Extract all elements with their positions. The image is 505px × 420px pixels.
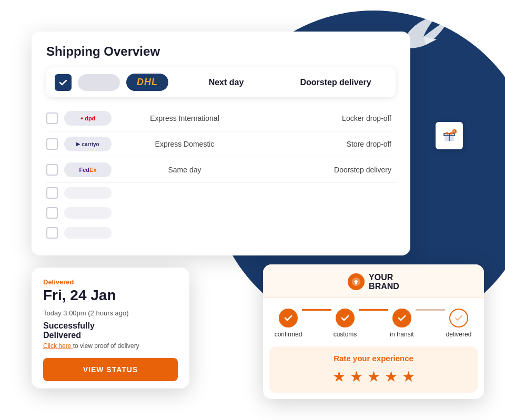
carriyo-service: Express Domestic — [118, 140, 251, 148]
star-2[interactable]: ★ — [350, 368, 363, 385]
connector-1 — [302, 309, 331, 311]
view-status-button[interactable]: VIEW STATUS — [43, 358, 178, 381]
connector-2 — [359, 309, 388, 311]
carriyo-carrier-badge: ▶ carriyo — [64, 137, 112, 151]
step-circle-delivered — [449, 309, 468, 327]
fedex-carrier-badge: FedEx — [64, 162, 112, 177]
step-in-transit: in transit — [387, 309, 417, 338]
tracking-steps-section: confirmed customs — [263, 298, 484, 346]
star-1[interactable]: ★ — [332, 368, 346, 385]
step-circle-confirmed — [279, 309, 298, 327]
checkbox-carriyo[interactable] — [46, 138, 58, 150]
rate-title: Rate your experience — [278, 354, 469, 363]
stars-row: ★ ★ ★ ★ ★ — [278, 368, 469, 385]
click-here-link[interactable]: Click here — [43, 342, 73, 350]
step-label-in-transit: in transit — [390, 331, 413, 338]
checkbox-fedex[interactable] — [46, 164, 58, 176]
successfully-delivered: SuccessfullyDelivered — [43, 321, 178, 340]
carrier-rows: ● dpd Express International Locker drop-… — [46, 106, 396, 243]
dhl-badge: DHL — [126, 74, 168, 91]
tracking-header: YOURBRAND — [263, 264, 484, 298]
fedex-delivery-type: Doorstep delivery — [258, 166, 396, 174]
checkbox-dpd[interactable] — [46, 112, 58, 124]
svg-text:!: ! — [453, 130, 454, 134]
star-3[interactable]: ★ — [367, 368, 380, 385]
step-label-confirmed: confirmed — [275, 331, 302, 338]
empty-row-3 — [46, 223, 396, 243]
delivered-label: Delivered — [43, 278, 178, 286]
checkbox-checked[interactable] — [55, 74, 72, 91]
carrier-row-dpd: ● dpd Express International Locker drop-… — [46, 106, 396, 131]
bird-decoration — [395, 11, 452, 60]
star-5[interactable]: ★ — [402, 368, 415, 385]
brand-text: YOURBRAND — [369, 273, 399, 291]
proof-link: Click here to view proof of delivery — [43, 342, 178, 350]
carrier-pill-placeholder — [78, 74, 120, 91]
floating-gift-icon: ! — [435, 121, 464, 150]
step-label-customs: customs — [334, 331, 357, 338]
shipping-header-row: DHL Next day Doorstep delivery — [46, 67, 396, 97]
brand-icon — [348, 273, 365, 290]
step-label-delivered: delivered — [446, 331, 472, 338]
checkbox-empty-3[interactable] — [46, 227, 58, 239]
shipping-title: Shipping Overview — [46, 44, 396, 59]
fedex-service: Same day — [118, 166, 251, 174]
tracking-card: YOURBRAND confirmed — [263, 264, 484, 399]
connector-3 — [416, 309, 445, 311]
step-circle-customs — [336, 309, 355, 327]
dpd-service: Express International — [118, 114, 251, 122]
dpd-delivery-type: Locker drop-off — [258, 114, 396, 122]
empty-row-2 — [46, 203, 396, 223]
empty-row-1 — [46, 183, 396, 203]
rate-section: Rate your experience ★ ★ ★ ★ ★ — [269, 346, 478, 393]
carrier-row-fedex: FedEx Same day Doorstep delivery — [46, 157, 396, 183]
steps-row: confirmed customs — [274, 309, 473, 338]
carriyo-delivery-type: Store drop-off — [258, 140, 396, 148]
step-confirmed: confirmed — [274, 309, 303, 338]
doorstep-label: Doorstep delivery — [284, 78, 387, 87]
proof-text: to view proof of delivery — [73, 342, 139, 350]
next-day-label: Next day — [175, 78, 278, 87]
step-delivered: delivered — [444, 309, 473, 338]
shipping-overview-card: Shipping Overview DHL Next day Doorstep … — [32, 32, 410, 255]
step-circle-in-transit — [392, 309, 411, 327]
delivery-date: Fri, 24 Jan — [43, 287, 178, 304]
dhl-text: DHL — [137, 77, 158, 88]
checkbox-empty-2[interactable] — [46, 207, 58, 219]
brand-logo: YOURBRAND — [348, 273, 399, 291]
star-4[interactable]: ★ — [385, 368, 398, 385]
checkbox-empty-1[interactable] — [46, 187, 58, 199]
scene: ! Shipping Overview DHL Next day Doorste… — [0, 0, 505, 420]
delivery-time: Today 3:00pm (2 hours ago) — [43, 309, 178, 317]
carrier-row-carriyo: ▶ carriyo Express Domestic Store drop-of… — [46, 131, 396, 157]
dpd-carrier-badge: ● dpd — [64, 111, 112, 126]
step-customs: customs — [330, 309, 360, 338]
delivery-card: Delivered Fri, 24 Jan Today 3:00pm (2 ho… — [32, 268, 189, 388]
